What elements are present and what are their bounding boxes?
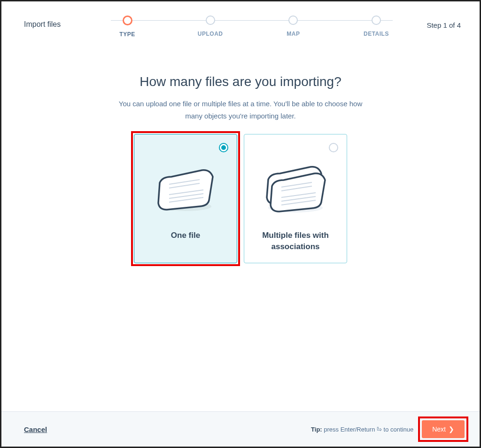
return-key-icon: ⏎ [377,426,382,433]
page-title: Import files [24,16,99,29]
step-label: DETAILS [364,31,389,37]
radio-icon[interactable] [219,143,228,152]
option-one-file[interactable]: One file [134,134,237,263]
next-button[interactable]: Next ❯ [422,420,465,438]
main-heading: How many files are you importing? [20,74,461,89]
step-label: UPLOAD [198,31,223,37]
cancel-button[interactable]: Cancel [24,425,47,433]
radio-icon[interactable] [329,143,338,152]
chevron-right-icon: ❯ [449,425,454,433]
step-map: MAP [265,16,321,37]
step-type: TYPE [99,16,155,38]
multiple-files-icon [258,155,333,220]
single-file-icon [148,155,223,220]
main-subheading: You can upload one file or multiple file… [114,98,367,122]
step-upload: UPLOAD [182,16,239,37]
step-circle-icon [123,16,132,25]
option-title: One file [171,230,200,241]
step-circle-icon [288,16,298,25]
step-label: TYPE [119,31,135,38]
step-details: DETAILS [348,16,404,37]
option-multiple-files[interactable]: Multiple files with associations [244,134,347,263]
option-title: Multiple files with associations [253,230,338,252]
step-circle-icon [206,16,215,25]
step-indicator: Step 1 of 4 [404,16,461,29]
tip-text: Tip: press Enter/Return ⏎ to continue [311,426,413,433]
step-label: MAP [287,31,300,37]
progress-steps: TYPE UPLOAD MAP DETAILS [99,16,404,38]
step-circle-icon [372,16,381,25]
